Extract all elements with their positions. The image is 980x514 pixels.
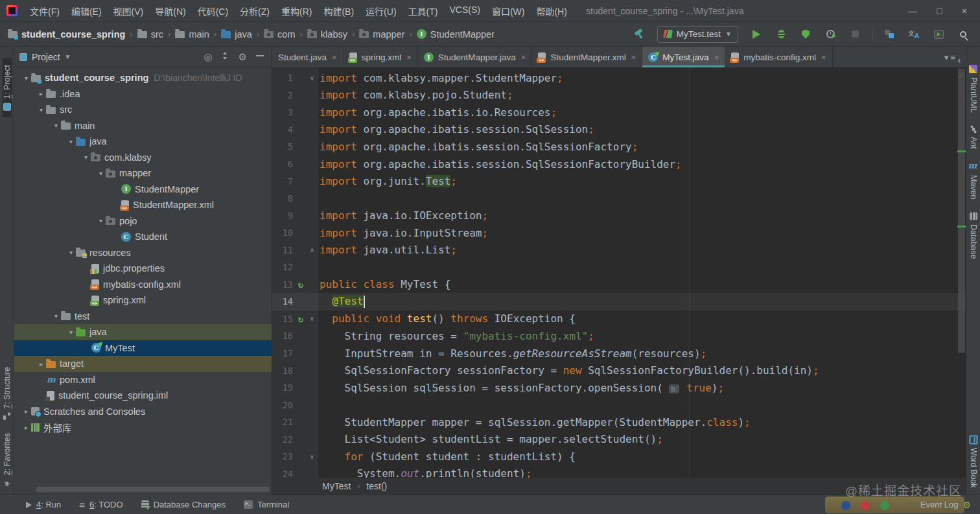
tool-stripe-maven[interactable]: Maven (969, 156, 978, 206)
menu-item[interactable]: 构建(B) (318, 3, 360, 19)
editor-tab[interactable]: mybatis-config.xml× (725, 47, 832, 67)
tool-stripe-word-book[interactable]: Word Book (969, 429, 978, 495)
tree-item[interactable]: ▾pojo (14, 213, 272, 229)
status-item-6-todo[interactable]: 6: TODO (79, 499, 122, 510)
menu-item[interactable]: VCS(S) (443, 3, 485, 19)
panel-action-locate[interactable] (204, 51, 212, 63)
tree-item[interactable]: mybatis-config.xml (14, 277, 272, 293)
menu-item[interactable]: 运行(U) (360, 3, 402, 19)
menu-item[interactable]: 导航(N) (149, 3, 191, 19)
tree-item[interactable]: spring.xml (14, 292, 272, 309)
tree-item[interactable]: ▸Scratches and Consoles (14, 404, 272, 420)
stop-button[interactable] (846, 26, 864, 43)
expand-arrow-icon[interactable]: ▾ (96, 170, 106, 177)
menu-item[interactable]: 帮助(H) (530, 3, 572, 19)
menu-item[interactable]: 工具(T) (402, 3, 444, 19)
expand-arrow-icon[interactable]: ▾ (66, 329, 76, 336)
fold-marker-icon[interactable]: ∨ (307, 315, 317, 322)
breadcrumb-item[interactable]: StudentMapper (417, 29, 495, 40)
event-log-widget[interactable]: Event Log (920, 500, 971, 510)
translate-button[interactable] (905, 26, 923, 43)
expand-arrow-icon[interactable]: ▾ (81, 154, 91, 161)
expand-arrow-icon[interactable]: ▾ (51, 122, 61, 129)
status-item-database-changes[interactable]: Database Changes (141, 500, 226, 509)
tool-stripe-ant[interactable]: Ant (969, 119, 978, 156)
expand-arrow-icon[interactable]: ▸ (36, 90, 46, 97)
fold-marker-icon[interactable]: ∨ (307, 75, 317, 82)
maximize-button[interactable]: □ (937, 6, 942, 16)
tree-item[interactable]: ▸target (14, 356, 272, 372)
editor-breadcrumb-item[interactable]: test() (366, 481, 387, 491)
status-item-4-run[interactable]: 4: Run (26, 500, 61, 509)
scrollbar-thumb[interactable] (958, 69, 965, 353)
close-icon[interactable]: × (406, 53, 412, 62)
run-anything-button[interactable] (929, 26, 948, 43)
profiler-button[interactable] (821, 26, 839, 43)
fold-marker-icon[interactable]: ∨ (307, 453, 317, 460)
tree-item[interactable]: ▸.idea (14, 86, 272, 102)
menu-item[interactable]: 代码(C) (192, 3, 234, 19)
breadcrumb-item[interactable]: mapper (359, 29, 404, 40)
fold-marker-icon[interactable]: ∧ (307, 246, 317, 253)
editor-tab[interactable]: StudentMapper.xml× (532, 47, 642, 67)
tree-item[interactable]: ▾java (14, 134, 272, 150)
tree-item[interactable]: ▾resources (14, 245, 272, 261)
close-icon[interactable]: × (332, 53, 337, 62)
breadcrumb-item[interactable]: student_course_spring (8, 29, 125, 40)
menu-item[interactable]: 分析(Z) (234, 3, 275, 19)
hidden-tabs-button[interactable]: ▾≡4 (939, 47, 966, 67)
expand-arrow-icon[interactable]: ▾ (51, 312, 61, 320)
editor-tab[interactable]: Student.java× (272, 47, 344, 67)
tree-item[interactable]: ▾mapper (14, 165, 272, 181)
build-button[interactable] (630, 26, 648, 43)
search-everywhere-button[interactable] (954, 26, 972, 43)
horizontal-scrollbar[interactable] (36, 487, 270, 492)
expand-arrow-icon[interactable]: ▸ (21, 408, 31, 415)
run-button[interactable] (747, 26, 765, 43)
editor-tab[interactable]: StudentMapper.java× (418, 47, 533, 67)
run-with-coverage-button[interactable] (797, 26, 815, 43)
close-icon[interactable]: × (714, 53, 719, 62)
expand-arrow-icon[interactable]: ▾ (21, 75, 31, 82)
run-configuration-select[interactable]: MyTest.test ▼ (657, 26, 738, 43)
tree-item[interactable]: ▾student_course_springD:\bianchen\Intell… (14, 70, 272, 86)
expand-arrow-icon[interactable]: ▸ (21, 424, 31, 431)
tree-item[interactable]: StudentMapper (14, 181, 272, 198)
menu-item[interactable]: 文件(F) (24, 3, 65, 19)
tree-item[interactable]: student_course_spring.iml (14, 388, 272, 404)
menu-item[interactable]: 重构(R) (275, 3, 318, 19)
breadcrumb-item[interactable]: main (175, 29, 209, 40)
close-icon[interactable]: × (521, 53, 526, 62)
tree-item[interactable]: MyTest (14, 340, 272, 356)
close-icon[interactable]: × (631, 53, 636, 62)
debug-button[interactable] (772, 26, 790, 43)
tool-stripe-2-favorites[interactable]: 2: Favorites (3, 426, 12, 495)
tool-stripe-1-project[interactable]: 1: Project (3, 58, 12, 117)
tree-item[interactable]: ▸外部库 (14, 419, 272, 436)
run-gutter-icon[interactable]: ↻ (294, 314, 307, 323)
tree-item[interactable]: Student (14, 229, 272, 245)
breadcrumb-item[interactable]: com (264, 29, 295, 40)
panel-action-minus[interactable] (256, 52, 264, 62)
close-button[interactable]: × (962, 6, 967, 16)
tree-item[interactable]: ▾main (14, 118, 272, 134)
editor-tab[interactable]: spring.xml× (344, 47, 418, 67)
expand-arrow-icon[interactable]: ▸ (36, 360, 46, 368)
menu-item[interactable]: 窗口(W) (486, 3, 531, 19)
tree-item[interactable]: ▾src (14, 102, 272, 118)
project-windows-button[interactable] (880, 26, 898, 43)
tree-item[interactable]: ▾java (14, 324, 272, 340)
tool-stripe-plantuml[interactable]: PlantUML (969, 58, 978, 119)
expand-arrow-icon[interactable]: ▾ (66, 249, 76, 256)
panel-action-gear-gray[interactable] (239, 51, 247, 63)
breadcrumb-item[interactable]: klabsy (307, 29, 347, 40)
panel-action-collapse[interactable] (222, 52, 229, 62)
tool-stripe-database[interactable]: Database (969, 205, 978, 266)
expand-arrow-icon[interactable]: ▾ (96, 217, 106, 224)
editor-breadcrumb-item[interactable]: MyTest (322, 481, 351, 491)
close-icon[interactable]: × (821, 53, 826, 62)
tree-item[interactable]: ▾test (14, 309, 272, 325)
tool-stripe-7-structure[interactable]: 7: Structure (3, 360, 12, 426)
tree-item[interactable]: StudentMapper.xml (14, 197, 272, 213)
project-panel-title[interactable]: Project (32, 52, 60, 62)
